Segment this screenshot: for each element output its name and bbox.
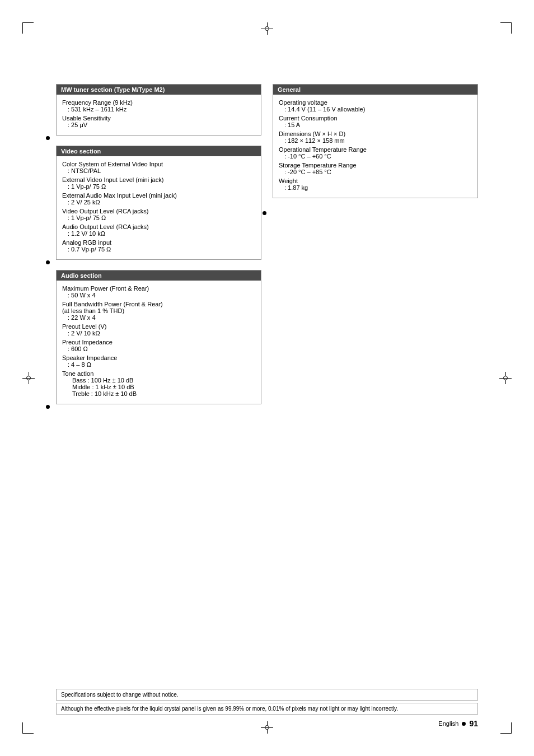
spec-preout-impedance-value: : 600 Ω [62, 346, 255, 352]
spec-speaker-impedance: Speaker Impedance : 4 – 8 Ω [62, 354, 255, 368]
spec-storage-temp-label: Storage Temperature Range [279, 162, 472, 169]
spec-video-output-value: : 1 Vp-p/ 75 Ω [62, 214, 255, 221]
spec-max-power-label: Maximum Power (Front & Rear) [62, 285, 255, 292]
spec-ext-video-input-label: External Video Input Level (mini jack) [62, 176, 255, 183]
mw-tuner-header: MW tuner section (Type M/Type M2) [57, 85, 261, 95]
audio-body: Maximum Power (Front & Rear) : 50 W x 4 … [57, 281, 261, 404]
spec-full-bw-power-value: : 22 W x 4 [62, 314, 255, 321]
page: MW tuner section (Type M/Type M2) Freque… [0, 0, 534, 756]
audio-box: Audio section Maximum Power (Front & Rea… [56, 270, 261, 404]
spec-ext-audio-input-value: : 2 V/ 25 kΩ [62, 199, 255, 206]
video-header: Video section [57, 146, 261, 156]
spec-speaker-impedance-value: : 4 – 8 Ω [62, 361, 255, 368]
spec-dimensions-value: : 182 × 112 × 158 mm [279, 137, 472, 144]
spec-tone-middle: Middle : 1 kHz ± 10 dB [62, 384, 255, 390]
page-number-area: English 91 [438, 719, 478, 728]
spec-audio-output-value: : 1.2 V/ 10 kΩ [62, 230, 255, 237]
spec-current-consumption: Current Consumption : 15 A [279, 115, 472, 128]
spec-weight-label: Weight [279, 178, 472, 184]
spec-dimensions-label: Dimensions (W × H × D) [279, 130, 472, 137]
spec-color-system-label: Color System of External Video Input [62, 161, 255, 167]
spec-preout-level-label: Preout Level (V) [62, 323, 255, 330]
video-body: Color System of External Video Input : N… [57, 156, 261, 259]
spec-weight: Weight : 1.87 kg [279, 178, 472, 191]
spec-preout-impedance: Preout Impedance : 600 Ω [62, 339, 255, 352]
general-bullet [263, 211, 266, 215]
spec-speaker-impedance-label: Speaker Impedance [62, 354, 255, 361]
spec-preout-level-value: : 2 V/ 10 kΩ [62, 330, 255, 337]
corner-mark-bl [22, 722, 34, 734]
spec-tone-treble: Treble : 10 kHz ± 10 dB [62, 390, 255, 397]
spec-weight-value: : 1.87 kg [279, 184, 472, 191]
crosshair-right [499, 372, 512, 384]
spec-current-consumption-label: Current Consumption [279, 115, 472, 122]
content-area: MW tuner section (Type M/Type M2) Freque… [56, 84, 478, 683]
video-bullet [46, 260, 50, 264]
spec-color-system: Color System of External Video Input : N… [62, 161, 255, 174]
crosshair-bottom [261, 721, 273, 734]
spec-operating-voltage: Operating voltage : 14.4 V (11 – 16 V al… [279, 99, 472, 113]
audio-section: Audio section Maximum Power (Front & Rea… [56, 270, 261, 404]
left-column: MW tuner section (Type M/Type M2) Freque… [56, 84, 261, 414]
spec-dimensions: Dimensions (W × H × D) : 182 × 112 × 158… [279, 130, 472, 144]
mw-tuner-section: MW tuner section (Type M/Type M2) Freque… [56, 84, 261, 136]
spec-storage-temp: Storage Temperature Range : -20 °C – +85… [279, 162, 472, 175]
corner-mark-tl [22, 22, 34, 34]
page-label: English [438, 720, 458, 727]
spec-operational-temp-label: Operational Temperature Range [279, 146, 472, 153]
spec-audio-output: Audio Output Level (RCA jacks) : 1.2 V/ … [62, 223, 255, 237]
spec-preout-impedance-label: Preout Impedance [62, 339, 255, 346]
mw-tuner-bullet [46, 136, 50, 140]
spec-storage-temp-value: : -20 °C – +85 °C [279, 169, 472, 175]
spec-tone-action: Tone action Bass : 100 Hz ± 10 dB Middle… [62, 370, 255, 397]
spec-analog-rgb-label: Analog RGB input [62, 239, 255, 246]
audio-bullet [46, 405, 50, 409]
spec-usable-sens: Usable Sensitivity : 25 μV [62, 115, 255, 128]
general-box: General Operating voltage : 14.4 V (11 –… [273, 84, 478, 198]
spec-current-consumption-value: : 15 A [279, 122, 472, 128]
footer-notice-2: Although the effective pixels for the li… [56, 703, 478, 715]
spec-freq-range: Frequency Range (9 kHz) : 531 kHz – 1611… [62, 99, 255, 113]
spec-audio-output-label: Audio Output Level (RCA jacks) [62, 223, 255, 230]
spec-analog-rgb-value: : 0.7 Vp-p/ 75 Ω [62, 246, 255, 253]
spec-ext-video-input-value: : 1 Vp-p/ 75 Ω [62, 183, 255, 190]
spec-tone-bass: Bass : 100 Hz ± 10 dB [62, 377, 255, 384]
general-header: General [273, 85, 477, 95]
spec-ext-audio-input: External Audio Max Input Level (mini jac… [62, 192, 255, 206]
spec-ext-video-input: External Video Input Level (mini jack) :… [62, 176, 255, 190]
footer-notice-1: Specifications subject to change without… [56, 689, 478, 701]
video-box: Video section Color System of External V… [56, 146, 261, 260]
spec-full-bw-power: Full Bandwidth Power (Front & Rear) (at … [62, 301, 255, 321]
spec-max-power: Maximum Power (Front & Rear) : 50 W x 4 [62, 285, 255, 298]
mw-tuner-box: MW tuner section (Type M/Type M2) Freque… [56, 84, 261, 136]
spec-full-bw-power-label: Full Bandwidth Power (Front & Rear) [62, 301, 255, 307]
right-column: General Operating voltage : 14.4 V (11 –… [273, 84, 478, 414]
spec-ext-audio-input-label: External Audio Max Input Level (mini jac… [62, 192, 255, 199]
spec-video-output-label: Video Output Level (RCA jacks) [62, 208, 255, 214]
spec-operating-voltage-label: Operating voltage [279, 99, 472, 106]
spec-video-output: Video Output Level (RCA jacks) : 1 Vp-p/… [62, 208, 255, 221]
spec-operating-voltage-value: : 14.4 V (11 – 16 V allowable) [279, 106, 472, 113]
columns-layout: MW tuner section (Type M/Type M2) Freque… [56, 84, 478, 414]
spec-color-system-value: : NTSC/PAL [62, 167, 255, 174]
crosshair-left [22, 372, 35, 384]
page-number: 91 [469, 719, 478, 728]
spec-analog-rgb: Analog RGB input : 0.7 Vp-p/ 75 Ω [62, 239, 255, 253]
spec-preout-level: Preout Level (V) : 2 V/ 10 kΩ [62, 323, 255, 337]
general-body: Operating voltage : 14.4 V (11 – 16 V al… [273, 95, 477, 198]
spec-operational-temp: Operational Temperature Range : -10 °C –… [279, 146, 472, 160]
video-section: Video section Color System of External V… [56, 146, 261, 260]
page-dot-icon [462, 722, 466, 726]
general-section: General Operating voltage : 14.4 V (11 –… [273, 84, 478, 198]
corner-mark-br [500, 722, 512, 734]
spec-tone-action-label: Tone action [62, 370, 255, 377]
spec-usable-sens-value: : 25 μV [62, 122, 255, 128]
corner-mark-tr [500, 22, 512, 34]
footer: Specifications subject to change without… [56, 689, 478, 717]
spec-max-power-value: : 50 W x 4 [62, 292, 255, 298]
spec-operational-temp-value: : -10 °C – +60 °C [279, 153, 472, 160]
crosshair-top [261, 22, 273, 35]
spec-usable-sens-label: Usable Sensitivity [62, 115, 255, 122]
mw-tuner-body: Frequency Range (9 kHz) : 531 kHz – 1611… [57, 95, 261, 135]
spec-full-bw-power-sublabel: (at less than 1 % THD) [62, 307, 255, 314]
